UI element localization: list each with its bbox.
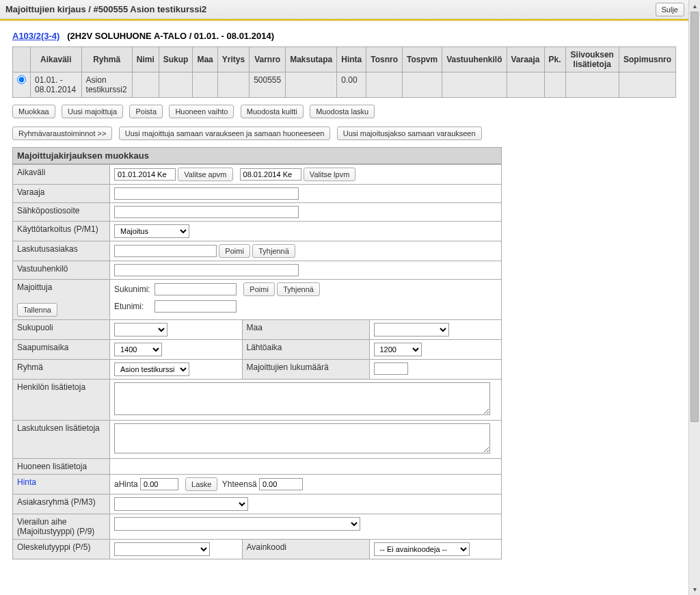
billing-customer-input[interactable] bbox=[114, 245, 217, 257]
pick-start-button[interactable]: Valitse apvm bbox=[178, 168, 232, 181]
compute-button[interactable]: Laske bbox=[185, 477, 217, 491]
cell-nimi bbox=[132, 72, 159, 98]
label-total: Yhteensä bbox=[222, 479, 257, 489]
email-input[interactable] bbox=[114, 206, 299, 218]
invoice-button[interactable]: Muodosta lasku bbox=[310, 105, 375, 118]
col-aikavali: Aikaväli bbox=[31, 47, 82, 72]
window-title: Majoittujien kirjaus / #500555 Asion tes… bbox=[5, 4, 206, 14]
billing-info-textarea[interactable] bbox=[114, 423, 490, 453]
cell-sopimus bbox=[619, 72, 675, 98]
guest-clear-button[interactable]: Tyhjennä bbox=[277, 282, 320, 296]
cell-vastuu bbox=[442, 72, 507, 98]
responsible-input[interactable] bbox=[114, 264, 299, 276]
label-purpose: Käyttötarkoitus (P/M1) bbox=[13, 222, 110, 241]
label-aikavali: Aikaväli bbox=[13, 165, 110, 185]
col-siivous: Siivouksen lisätietoja bbox=[565, 47, 619, 72]
departure-select[interactable]: 1200 bbox=[374, 343, 422, 356]
delete-button[interactable]: Poista bbox=[129, 105, 163, 118]
cell-varaaja bbox=[507, 72, 544, 98]
ahinta-input[interactable] bbox=[140, 478, 178, 490]
col-sukup: Sukup bbox=[159, 47, 193, 72]
col-maksut: Maksutapa bbox=[286, 47, 337, 72]
table-row[interactable]: 01.01. - 08.01.2014 Asion testikurssi2 5… bbox=[13, 72, 676, 98]
scroll-track[interactable] bbox=[689, 12, 700, 583]
col-vastuu: Vastuuhenkilö bbox=[442, 47, 507, 72]
col-nimi: Nimi bbox=[132, 47, 159, 72]
cell-sukup bbox=[159, 72, 193, 98]
label-count: Majoittujien lukumäärä bbox=[242, 360, 369, 380]
label-visit-reason: Vierailun aihe (Majoitustyyppi) (P/9) bbox=[13, 514, 110, 540]
gender-select[interactable] bbox=[114, 323, 167, 336]
label-billing-customer: Laskutusasiakas bbox=[13, 241, 110, 261]
label-stay-type: Oleskelutyyppi (P/5) bbox=[13, 540, 110, 559]
room-info-cell bbox=[110, 459, 502, 475]
person-info-textarea[interactable] bbox=[114, 382, 490, 415]
surname-input[interactable] bbox=[154, 283, 237, 295]
edit-button[interactable]: Muokkaa bbox=[12, 105, 55, 118]
start-date-input[interactable] bbox=[114, 168, 176, 181]
col-select bbox=[13, 47, 31, 72]
visit-reason-select[interactable] bbox=[114, 517, 360, 531]
scroll-up-icon[interactable]: ▴ bbox=[689, 0, 700, 12]
guest-title: Majoittuja bbox=[17, 282, 52, 292]
row-select-radio[interactable] bbox=[17, 75, 26, 84]
label-group: Ryhmä bbox=[13, 360, 110, 380]
window-header: Majoittujien kirjaus / #500555 Asion tes… bbox=[0, 0, 688, 19]
purpose-select[interactable]: Majoitus bbox=[114, 224, 189, 238]
stay-type-select[interactable] bbox=[114, 542, 210, 556]
new-guest-button[interactable]: Uusi majoittuja bbox=[62, 105, 123, 118]
col-tosnro: Tosnro bbox=[366, 47, 403, 72]
save-button[interactable]: Tallenna bbox=[17, 303, 57, 317]
col-varaaja: Varaaja bbox=[507, 47, 544, 72]
col-maa: Maa bbox=[193, 47, 217, 72]
keycode-select[interactable]: -- Ei avainkoodeja -- bbox=[374, 542, 470, 556]
customer-group-select[interactable] bbox=[114, 497, 248, 511]
edit-form: Aikaväli Valitse apvm Valitse lpvm bbox=[12, 164, 502, 559]
label-varaaja: Varaaja bbox=[13, 185, 110, 203]
arrival-select[interactable]: 1400 bbox=[114, 343, 162, 356]
firstname-input[interactable] bbox=[154, 300, 237, 313]
total-input[interactable] bbox=[259, 478, 303, 490]
scroll-thumb[interactable] bbox=[690, 12, 699, 422]
billing-clear-button[interactable]: Tyhjennä bbox=[252, 244, 295, 258]
billing-pick-button[interactable]: Poimi bbox=[219, 244, 250, 258]
guest-pick-button[interactable]: Poimi bbox=[243, 282, 275, 296]
room-change-button[interactable]: Huoneen vaihto bbox=[169, 105, 234, 118]
cell-pk bbox=[544, 72, 565, 98]
cell-tosnro bbox=[366, 72, 403, 98]
col-sopimus: Sopimusnro bbox=[619, 47, 675, 72]
varaaja-input[interactable] bbox=[114, 187, 299, 200]
label-gender: Sukupuoli bbox=[13, 320, 110, 340]
col-yritys: Yritys bbox=[217, 47, 249, 72]
col-hinta: Hinta bbox=[337, 47, 366, 72]
label-price[interactable]: Hinta bbox=[13, 475, 110, 494]
end-date-input[interactable] bbox=[240, 168, 301, 181]
label-email: Sähköpostiosoite bbox=[13, 203, 110, 222]
cell-tospvm bbox=[403, 72, 442, 98]
label-room-info: Huoneen lisätietoja bbox=[13, 459, 110, 475]
panel-title: Majoittujakirjauksen muokkaus bbox=[12, 147, 502, 164]
pick-end-button[interactable]: Valitse lpvm bbox=[304, 168, 355, 181]
group-ops-button[interactable]: Ryhmävaraustoiminnot >> bbox=[12, 127, 112, 140]
cell-varnro: 500555 bbox=[250, 72, 286, 98]
group-select[interactable]: Asion testikurssi2 (5 bbox=[114, 362, 189, 376]
close-button[interactable]: Sulje bbox=[656, 3, 684, 16]
receipt-button[interactable]: Muodosta kuitti bbox=[241, 105, 304, 118]
room-code-link[interactable]: A103/2(3-4) bbox=[12, 31, 59, 41]
same-reservation-button[interactable]: Uusi majoittuja samaan varaukseen ja sam… bbox=[119, 127, 331, 140]
count-input[interactable] bbox=[374, 362, 408, 375]
label-customer-group: Asiakasryhmä (P/M3) bbox=[13, 494, 110, 514]
label-billing-info: Laskutuksen lisätietoja bbox=[13, 421, 110, 459]
label-guest: Majoittuja Tallenna bbox=[13, 280, 110, 320]
label-firstname: Etunimi: bbox=[114, 302, 152, 311]
scroll-down-icon[interactable]: ▾ bbox=[689, 583, 700, 595]
label-ahinta: aHinta bbox=[114, 479, 138, 489]
room-description: (2H2V SOLUHUONE A-TALO / 01.01. - 08.01.… bbox=[67, 31, 274, 41]
cell-yritys bbox=[217, 72, 249, 98]
cell-maa bbox=[193, 72, 217, 98]
vertical-scrollbar[interactable]: ▴ ▾ bbox=[688, 0, 700, 595]
country-select[interactable] bbox=[374, 323, 449, 336]
same-period-button[interactable]: Uusi majoitusjakso samaan varaukseen bbox=[337, 127, 482, 140]
cell-siivous bbox=[565, 72, 619, 98]
actions-row-1: Muokkaa Uusi majoittuja Poista Huoneen v… bbox=[12, 105, 676, 122]
